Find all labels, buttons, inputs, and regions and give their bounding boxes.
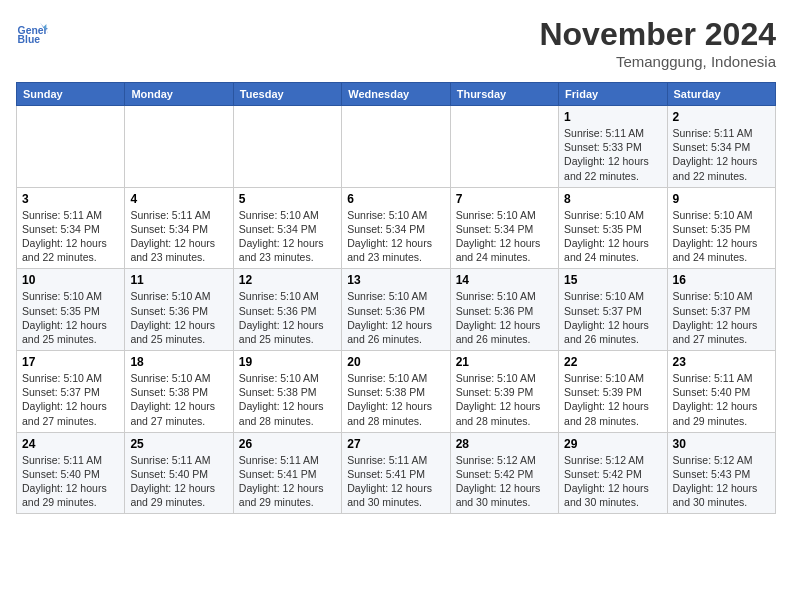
day-number: 10 [22, 273, 119, 287]
page-title: November 2024 [539, 16, 776, 53]
day-number: 16 [673, 273, 770, 287]
day-info: Sunrise: 5:12 AM Sunset: 5:43 PM Dayligh… [673, 453, 770, 510]
calendar-week-row: 24Sunrise: 5:11 AM Sunset: 5:40 PM Dayli… [17, 432, 776, 514]
column-header-wednesday: Wednesday [342, 83, 450, 106]
page-header: General Blue November 2024 Temanggung, I… [16, 16, 776, 70]
day-number: 1 [564, 110, 661, 124]
day-info: Sunrise: 5:11 AM Sunset: 5:40 PM Dayligh… [22, 453, 119, 510]
day-info: Sunrise: 5:10 AM Sunset: 5:36 PM Dayligh… [347, 289, 444, 346]
day-number: 19 [239, 355, 336, 369]
calendar-cell: 21Sunrise: 5:10 AM Sunset: 5:39 PM Dayli… [450, 351, 558, 433]
day-info: Sunrise: 5:11 AM Sunset: 5:34 PM Dayligh… [130, 208, 227, 265]
calendar-week-row: 1Sunrise: 5:11 AM Sunset: 5:33 PM Daylig… [17, 106, 776, 188]
calendar-cell: 6Sunrise: 5:10 AM Sunset: 5:34 PM Daylig… [342, 187, 450, 269]
day-number: 12 [239, 273, 336, 287]
day-number: 15 [564, 273, 661, 287]
day-info: Sunrise: 5:10 AM Sunset: 5:34 PM Dayligh… [456, 208, 553, 265]
calendar-cell: 15Sunrise: 5:10 AM Sunset: 5:37 PM Dayli… [559, 269, 667, 351]
calendar-cell: 9Sunrise: 5:10 AM Sunset: 5:35 PM Daylig… [667, 187, 775, 269]
calendar-header-row: SundayMondayTuesdayWednesdayThursdayFrid… [17, 83, 776, 106]
day-info: Sunrise: 5:10 AM Sunset: 5:39 PM Dayligh… [564, 371, 661, 428]
day-number: 7 [456, 192, 553, 206]
calendar-cell: 16Sunrise: 5:10 AM Sunset: 5:37 PM Dayli… [667, 269, 775, 351]
day-number: 18 [130, 355, 227, 369]
day-info: Sunrise: 5:10 AM Sunset: 5:35 PM Dayligh… [22, 289, 119, 346]
calendar-cell: 28Sunrise: 5:12 AM Sunset: 5:42 PM Dayli… [450, 432, 558, 514]
calendar-week-row: 17Sunrise: 5:10 AM Sunset: 5:37 PM Dayli… [17, 351, 776, 433]
calendar-cell: 1Sunrise: 5:11 AM Sunset: 5:33 PM Daylig… [559, 106, 667, 188]
svg-text:Blue: Blue [18, 34, 41, 45]
day-number: 13 [347, 273, 444, 287]
calendar-cell: 27Sunrise: 5:11 AM Sunset: 5:41 PM Dayli… [342, 432, 450, 514]
title-block: November 2024 Temanggung, Indonesia [539, 16, 776, 70]
day-info: Sunrise: 5:11 AM Sunset: 5:40 PM Dayligh… [673, 371, 770, 428]
day-info: Sunrise: 5:11 AM Sunset: 5:34 PM Dayligh… [22, 208, 119, 265]
column-header-saturday: Saturday [667, 83, 775, 106]
page-subtitle: Temanggung, Indonesia [539, 53, 776, 70]
calendar-cell: 26Sunrise: 5:11 AM Sunset: 5:41 PM Dayli… [233, 432, 341, 514]
day-info: Sunrise: 5:10 AM Sunset: 5:34 PM Dayligh… [239, 208, 336, 265]
day-info: Sunrise: 5:10 AM Sunset: 5:39 PM Dayligh… [456, 371, 553, 428]
calendar-cell: 14Sunrise: 5:10 AM Sunset: 5:36 PM Dayli… [450, 269, 558, 351]
day-number: 8 [564, 192, 661, 206]
calendar-cell: 3Sunrise: 5:11 AM Sunset: 5:34 PM Daylig… [17, 187, 125, 269]
day-info: Sunrise: 5:11 AM Sunset: 5:33 PM Dayligh… [564, 126, 661, 183]
day-info: Sunrise: 5:11 AM Sunset: 5:41 PM Dayligh… [239, 453, 336, 510]
calendar-cell: 25Sunrise: 5:11 AM Sunset: 5:40 PM Dayli… [125, 432, 233, 514]
calendar-cell: 5Sunrise: 5:10 AM Sunset: 5:34 PM Daylig… [233, 187, 341, 269]
calendar-cell: 17Sunrise: 5:10 AM Sunset: 5:37 PM Dayli… [17, 351, 125, 433]
day-info: Sunrise: 5:10 AM Sunset: 5:38 PM Dayligh… [130, 371, 227, 428]
calendar-week-row: 10Sunrise: 5:10 AM Sunset: 5:35 PM Dayli… [17, 269, 776, 351]
column-header-friday: Friday [559, 83, 667, 106]
calendar-cell: 30Sunrise: 5:12 AM Sunset: 5:43 PM Dayli… [667, 432, 775, 514]
day-number: 20 [347, 355, 444, 369]
calendar-cell: 29Sunrise: 5:12 AM Sunset: 5:42 PM Dayli… [559, 432, 667, 514]
day-number: 23 [673, 355, 770, 369]
logo-icon: General Blue [16, 16, 48, 48]
day-info: Sunrise: 5:10 AM Sunset: 5:37 PM Dayligh… [673, 289, 770, 346]
calendar-cell [17, 106, 125, 188]
calendar-cell: 10Sunrise: 5:10 AM Sunset: 5:35 PM Dayli… [17, 269, 125, 351]
day-info: Sunrise: 5:12 AM Sunset: 5:42 PM Dayligh… [456, 453, 553, 510]
day-number: 17 [22, 355, 119, 369]
day-info: Sunrise: 5:10 AM Sunset: 5:36 PM Dayligh… [456, 289, 553, 346]
logo: General Blue [16, 16, 48, 48]
day-info: Sunrise: 5:12 AM Sunset: 5:42 PM Dayligh… [564, 453, 661, 510]
day-number: 28 [456, 437, 553, 451]
day-number: 11 [130, 273, 227, 287]
day-info: Sunrise: 5:10 AM Sunset: 5:37 PM Dayligh… [22, 371, 119, 428]
day-info: Sunrise: 5:10 AM Sunset: 5:38 PM Dayligh… [347, 371, 444, 428]
column-header-sunday: Sunday [17, 83, 125, 106]
calendar-cell [233, 106, 341, 188]
calendar-cell: 20Sunrise: 5:10 AM Sunset: 5:38 PM Dayli… [342, 351, 450, 433]
day-number: 24 [22, 437, 119, 451]
column-header-tuesday: Tuesday [233, 83, 341, 106]
calendar-cell: 4Sunrise: 5:11 AM Sunset: 5:34 PM Daylig… [125, 187, 233, 269]
day-number: 30 [673, 437, 770, 451]
calendar-cell: 7Sunrise: 5:10 AM Sunset: 5:34 PM Daylig… [450, 187, 558, 269]
column-header-monday: Monday [125, 83, 233, 106]
day-number: 22 [564, 355, 661, 369]
day-info: Sunrise: 5:10 AM Sunset: 5:38 PM Dayligh… [239, 371, 336, 428]
day-info: Sunrise: 5:10 AM Sunset: 5:35 PM Dayligh… [673, 208, 770, 265]
day-number: 27 [347, 437, 444, 451]
calendar-cell [450, 106, 558, 188]
day-info: Sunrise: 5:10 AM Sunset: 5:36 PM Dayligh… [239, 289, 336, 346]
calendar-cell: 11Sunrise: 5:10 AM Sunset: 5:36 PM Dayli… [125, 269, 233, 351]
calendar-cell: 2Sunrise: 5:11 AM Sunset: 5:34 PM Daylig… [667, 106, 775, 188]
calendar-cell: 18Sunrise: 5:10 AM Sunset: 5:38 PM Dayli… [125, 351, 233, 433]
day-number: 2 [673, 110, 770, 124]
day-info: Sunrise: 5:10 AM Sunset: 5:37 PM Dayligh… [564, 289, 661, 346]
day-number: 21 [456, 355, 553, 369]
calendar-cell: 22Sunrise: 5:10 AM Sunset: 5:39 PM Dayli… [559, 351, 667, 433]
day-number: 25 [130, 437, 227, 451]
calendar-cell: 23Sunrise: 5:11 AM Sunset: 5:40 PM Dayli… [667, 351, 775, 433]
calendar-cell: 24Sunrise: 5:11 AM Sunset: 5:40 PM Dayli… [17, 432, 125, 514]
day-number: 5 [239, 192, 336, 206]
calendar-cell: 8Sunrise: 5:10 AM Sunset: 5:35 PM Daylig… [559, 187, 667, 269]
calendar-table: SundayMondayTuesdayWednesdayThursdayFrid… [16, 82, 776, 514]
day-info: Sunrise: 5:11 AM Sunset: 5:40 PM Dayligh… [130, 453, 227, 510]
day-number: 29 [564, 437, 661, 451]
day-number: 14 [456, 273, 553, 287]
day-number: 3 [22, 192, 119, 206]
